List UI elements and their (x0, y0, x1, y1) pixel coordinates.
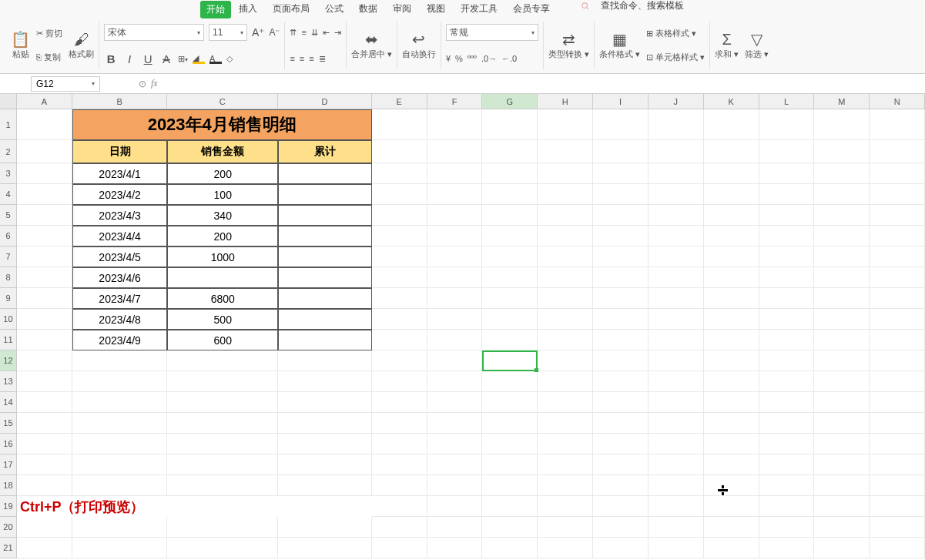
paste-button[interactable]: 📋 粘贴 (11, 22, 30, 69)
cell[interactable] (17, 454, 72, 475)
cell[interactable] (17, 267, 72, 288)
table-title[interactable]: 2023年4月销售明细 (72, 109, 372, 140)
cell[interactable] (593, 454, 649, 475)
cell[interactable] (17, 392, 72, 413)
row-header[interactable]: 11 (0, 330, 17, 350)
font-shrink-icon[interactable]: A⁻ (269, 27, 280, 38)
cell[interactable] (17, 109, 72, 140)
cell[interactable] (372, 163, 427, 184)
row-header[interactable]: 3 (0, 163, 17, 184)
cell[interactable] (538, 475, 593, 496)
cell[interactable] (649, 330, 704, 350)
col-header-K[interactable]: K (704, 94, 759, 109)
align-center-icon[interactable]: ≡ (300, 54, 304, 63)
col-header-B[interactable]: B (72, 94, 168, 109)
indent-dec-icon[interactable]: ⇤ (323, 28, 330, 38)
cell[interactable] (17, 184, 72, 205)
cell[interactable] (704, 205, 759, 226)
table-cell[interactable]: 2023/4/3 (72, 205, 168, 226)
row-header[interactable]: 4 (0, 184, 17, 205)
cell[interactable] (870, 246, 925, 267)
cell[interactable] (72, 413, 168, 434)
cell[interactable] (167, 413, 278, 434)
cell[interactable] (482, 226, 538, 246)
border-button[interactable]: ⊞▾ (178, 54, 188, 64)
cell[interactable] (72, 538, 168, 558)
comma-button[interactable]: ººº (468, 54, 477, 63)
cell[interactable] (593, 163, 649, 184)
undo-icon[interactable] (146, 3, 158, 15)
align-top-icon[interactable]: ⇈ (290, 28, 297, 38)
cell[interactable] (372, 309, 427, 330)
cell[interactable] (427, 226, 483, 246)
print-icon[interactable] (109, 3, 121, 15)
cell[interactable] (427, 163, 483, 184)
col-header-F[interactable]: F (427, 94, 483, 109)
cell[interactable] (427, 538, 483, 558)
cell[interactable] (72, 454, 168, 475)
cell[interactable] (649, 246, 704, 267)
cell[interactable] (649, 309, 704, 330)
cell[interactable] (17, 371, 72, 392)
row-header[interactable]: 14 (0, 392, 17, 413)
cell[interactable] (759, 475, 815, 496)
cell[interactable] (427, 496, 483, 517)
cell[interactable] (372, 538, 427, 558)
cell[interactable] (704, 434, 759, 454)
cell[interactable] (649, 517, 704, 538)
cell[interactable] (593, 288, 649, 309)
cell[interactable] (593, 538, 649, 558)
type-convert-button[interactable]: ⇄ 类型转换 ▾ (548, 22, 589, 69)
cell[interactable] (704, 309, 759, 330)
cell[interactable] (704, 517, 759, 538)
cell[interactable] (427, 330, 483, 350)
cell[interactable] (278, 475, 372, 496)
tab-insert[interactable]: 插入 (231, 0, 265, 18)
cell[interactable] (72, 350, 168, 371)
cell[interactable] (870, 413, 925, 434)
cell[interactable] (814, 109, 870, 140)
cell[interactable] (17, 517, 72, 538)
font-grow-icon[interactable]: A⁺ (252, 26, 264, 39)
filter-button[interactable]: ▽ 筛选 ▾ (745, 22, 769, 69)
col-header-H[interactable]: H (538, 94, 593, 109)
cell[interactable] (278, 434, 372, 454)
cell[interactable] (278, 350, 372, 371)
table-header[interactable]: 销售金额 (167, 140, 278, 163)
row-header[interactable]: 6 (0, 226, 17, 246)
cell[interactable] (759, 267, 815, 288)
cell[interactable] (759, 309, 815, 330)
file-menu[interactable]: 文件 ▾ (25, 2, 54, 15)
cell[interactable] (649, 109, 704, 140)
cell[interactable] (593, 475, 649, 496)
table-cell[interactable]: 2023/4/6 (72, 267, 168, 288)
cell[interactable] (593, 330, 649, 350)
cell[interactable] (538, 454, 593, 475)
col-header-L[interactable]: L (759, 94, 815, 109)
cell[interactable] (372, 350, 427, 371)
cell[interactable] (814, 475, 870, 496)
cell[interactable] (538, 538, 593, 558)
row-header[interactable]: 16 (0, 434, 17, 454)
cell[interactable] (372, 475, 427, 496)
cell[interactable] (538, 246, 593, 267)
cell[interactable] (814, 496, 870, 517)
cell[interactable] (649, 496, 704, 517)
cell[interactable] (814, 246, 870, 267)
underline-button[interactable]: U (141, 52, 155, 65)
cell[interactable] (72, 517, 168, 538)
cell[interactable] (759, 454, 815, 475)
cell[interactable] (593, 350, 649, 371)
row-header[interactable]: 7 (0, 246, 17, 267)
cell-style-button[interactable]: ⊡ 单元格样式 ▾ (646, 52, 705, 63)
cell[interactable] (593, 246, 649, 267)
cell[interactable] (704, 371, 759, 392)
cell[interactable] (649, 371, 704, 392)
cell[interactable] (593, 434, 649, 454)
cell[interactable] (870, 267, 925, 288)
cell[interactable] (372, 413, 427, 434)
cell[interactable] (538, 184, 593, 205)
cell[interactable] (427, 371, 483, 392)
cell[interactable] (649, 267, 704, 288)
cell[interactable] (427, 140, 483, 163)
